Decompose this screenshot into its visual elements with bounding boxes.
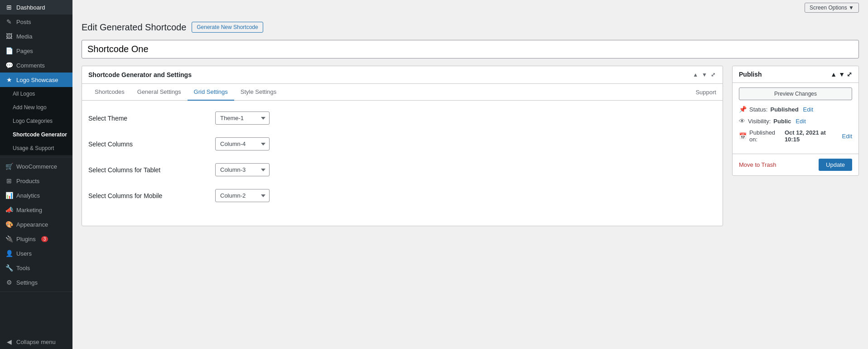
publish-date-row: 📅 Published on: Oct 12, 2021 at 10:15 Ed…: [739, 129, 852, 143]
media-icon: 🖼: [5, 33, 13, 40]
select-theme-label: Select Theme: [88, 115, 215, 122]
logo-showcase-icon: ★: [5, 76, 13, 83]
sidebar-item-woocommerce[interactable]: 🛒 WooCommerce: [0, 159, 72, 174]
collapse-down-icon[interactable]: ▼: [701, 71, 708, 79]
select-columns-tablet-control: Column-1 Column-2 Column-3 Column-4: [215, 163, 716, 176]
card-header-controls: ▲ ▼ ⤢: [692, 71, 716, 79]
select-columns-mobile-dropdown[interactable]: Column-1 Column-2 Column-3: [215, 189, 270, 202]
users-icon: 👤: [5, 250, 13, 257]
sidebar-item-plugins[interactable]: 🔌 Plugins 3: [0, 232, 72, 246]
update-button[interactable]: Update: [819, 159, 852, 171]
sidebar-subitem-add-new-logo[interactable]: Add New logo: [0, 101, 72, 114]
grid-settings-content: Select Theme Theme-1 Theme-2 Theme-3: [82, 101, 723, 226]
side-panel: Publish ▲ ▼ ⤢ Preview Changes 📌 Status: …: [732, 66, 859, 176]
posts-icon: ✎: [5, 18, 13, 25]
publish-status-row: 📌 Status: Published Edit: [739, 106, 852, 113]
select-theme-dropdown[interactable]: Theme-1 Theme-2 Theme-3: [215, 111, 270, 125]
select-columns-control: Column-1 Column-2 Column-3 Column-4 Colu…: [215, 137, 716, 150]
sidebar-collapse[interactable]: ◀ Collapse menu: [0, 334, 72, 349]
shortcode-name-input[interactable]: [82, 40, 859, 58]
sidebar-item-media[interactable]: 🖼 Media: [0, 29, 72, 44]
select-theme-row: Select Theme Theme-1 Theme-2 Theme-3: [88, 111, 716, 125]
products-icon: ⊞: [5, 177, 13, 184]
publish-actions: Move to Trash Update: [733, 154, 858, 175]
tools-icon: 🔧: [5, 264, 13, 271]
tab-grid-settings[interactable]: Grid Settings: [188, 84, 234, 101]
settings-icon: ⚙: [5, 279, 13, 286]
generate-shortcode-button[interactable]: Generate New Shortcode: [192, 22, 263, 33]
calendar-icon: 📅: [739, 132, 747, 140]
sidebar-item-analytics[interactable]: 📊 Analytics: [0, 188, 72, 203]
sidebar-item-settings[interactable]: ⚙ Settings: [0, 275, 72, 290]
publish-collapse-up-icon[interactable]: ▲: [830, 71, 837, 78]
move-to-trash-link[interactable]: Move to Trash: [739, 161, 776, 168]
sidebar-item-comments[interactable]: 💬 Comments: [0, 58, 72, 73]
publish-visibility-row: 👁 Visibility: Public Edit: [739, 117, 852, 125]
select-columns-mobile-control: Column-1 Column-2 Column-3: [215, 189, 716, 202]
sidebar-item-tools[interactable]: 🔧 Tools: [0, 261, 72, 275]
shortcode-settings-card: Shortcode Generator and Settings ▲ ▼ ⤢ S…: [82, 66, 723, 226]
sidebar-item-marketing[interactable]: 📣 Marketing: [0, 203, 72, 217]
sidebar: ⊞ Dashboard ✎ Posts 🖼 Media 📄 Pages 💬 Co…: [0, 0, 72, 349]
select-columns-dropdown[interactable]: Column-1 Column-2 Column-3 Column-4 Colu…: [215, 137, 270, 150]
comments-icon: 💬: [5, 62, 13, 69]
analytics-icon: 📊: [5, 192, 13, 199]
support-link[interactable]: Support: [695, 84, 716, 100]
preview-changes-button[interactable]: Preview Changes: [739, 87, 852, 100]
plugins-icon: 🔌: [5, 235, 13, 242]
sidebar-item-logo-showcase[interactable]: ★ Logo Showcase: [0, 73, 72, 87]
publish-collapse-down-icon[interactable]: ▼: [839, 71, 845, 78]
sidebar-item-pages[interactable]: 📄 Pages: [0, 44, 72, 58]
sidebar-subitem-all-logos[interactable]: All Logos: [0, 87, 72, 101]
card-header: Shortcode Generator and Settings ▲ ▼ ⤢: [82, 66, 723, 84]
sidebar-subitem-shortcode-generator[interactable]: Shortcode Generator: [0, 128, 72, 141]
select-columns-mobile-label: Select Columns for Mobile: [88, 192, 215, 199]
published-label: Published on:: [749, 129, 782, 143]
publish-header: Publish ▲ ▼ ⤢: [733, 66, 858, 83]
status-edit-link[interactable]: Edit: [803, 106, 813, 113]
sidebar-item-dashboard[interactable]: ⊞ Dashboard: [0, 0, 72, 15]
main-panel: Shortcode Generator and Settings ▲ ▼ ⤢ S…: [82, 66, 723, 226]
page-header: Edit Generated Shortcode Generate New Sh…: [82, 22, 859, 33]
select-theme-control: Theme-1 Theme-2 Theme-3: [215, 111, 716, 125]
publish-expand-icon[interactable]: ⤢: [847, 71, 852, 78]
publish-card: Publish ▲ ▼ ⤢ Preview Changes 📌 Status: …: [732, 66, 859, 176]
visibility-edit-link[interactable]: Edit: [796, 118, 805, 125]
woocommerce-icon: 🛒: [5, 163, 13, 170]
visibility-label: Visibility:: [748, 118, 771, 125]
tab-general-settings[interactable]: General Settings: [131, 84, 188, 101]
appearance-icon: 🎨: [5, 221, 13, 228]
main-area: Screen Options ▼ Edit Generated Shortcod…: [72, 0, 868, 349]
screen-options-button[interactable]: Screen Options ▼: [805, 3, 859, 13]
pages-icon: 📄: [5, 47, 13, 54]
sidebar-subitem-logo-categories[interactable]: Logo Categories: [0, 114, 72, 128]
sidebar-subitem-usage-support[interactable]: Usage & Support: [0, 141, 72, 155]
visibility-value: Public: [773, 118, 791, 125]
tab-shortcodes[interactable]: Shortcodes: [88, 84, 131, 101]
publish-title: Publish: [739, 71, 762, 78]
dashboard-icon: ⊞: [5, 4, 13, 11]
select-columns-tablet-row: Select Columns for Tablet Column-1 Colum…: [88, 163, 716, 176]
sidebar-item-posts[interactable]: ✎ Posts: [0, 15, 72, 29]
expand-icon[interactable]: ⤢: [710, 71, 716, 79]
sidebar-item-users[interactable]: 👤 Users: [0, 246, 72, 261]
status-value: Published: [770, 106, 798, 113]
sidebar-item-products[interactable]: ⊞ Products: [0, 174, 72, 188]
pin-icon: 📌: [739, 106, 747, 113]
select-columns-mobile-row: Select Columns for Mobile Column-1 Colum…: [88, 189, 716, 202]
select-columns-tablet-dropdown[interactable]: Column-1 Column-2 Column-3 Column-4: [215, 163, 270, 176]
published-edit-link[interactable]: Edit: [842, 133, 852, 140]
tab-style-settings[interactable]: Style Settings: [234, 84, 283, 101]
publish-body: Preview Changes 📌 Status: Published Edit…: [733, 83, 858, 152]
card-title: Shortcode Generator and Settings: [88, 71, 192, 78]
topbar: Screen Options ▼: [72, 0, 868, 13]
select-columns-row: Select Columns Column-1 Column-2 Column-…: [88, 137, 716, 150]
publish-header-controls: ▲ ▼ ⤢: [830, 71, 852, 78]
page-title: Edit Generated Shortcode: [82, 22, 186, 33]
collapse-up-icon[interactable]: ▲: [692, 71, 699, 79]
sidebar-item-appearance[interactable]: 🎨 Appearance: [0, 217, 72, 232]
eye-icon: 👁: [739, 117, 745, 125]
plugins-badge: 3: [41, 236, 48, 242]
collapse-icon: ◀: [5, 338, 13, 345]
content-area: Edit Generated Shortcode Generate New Sh…: [72, 13, 868, 349]
